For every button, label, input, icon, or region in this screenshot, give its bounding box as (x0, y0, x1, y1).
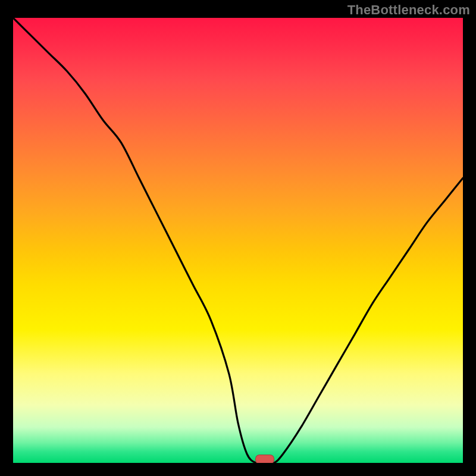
attribution-label: TheBottleneck.com (347, 2, 470, 18)
plot-area (13, 18, 463, 463)
optimal-point-marker (255, 455, 274, 463)
bottleneck-curve (13, 18, 463, 463)
chart-frame: TheBottleneck.com (0, 0, 476, 476)
